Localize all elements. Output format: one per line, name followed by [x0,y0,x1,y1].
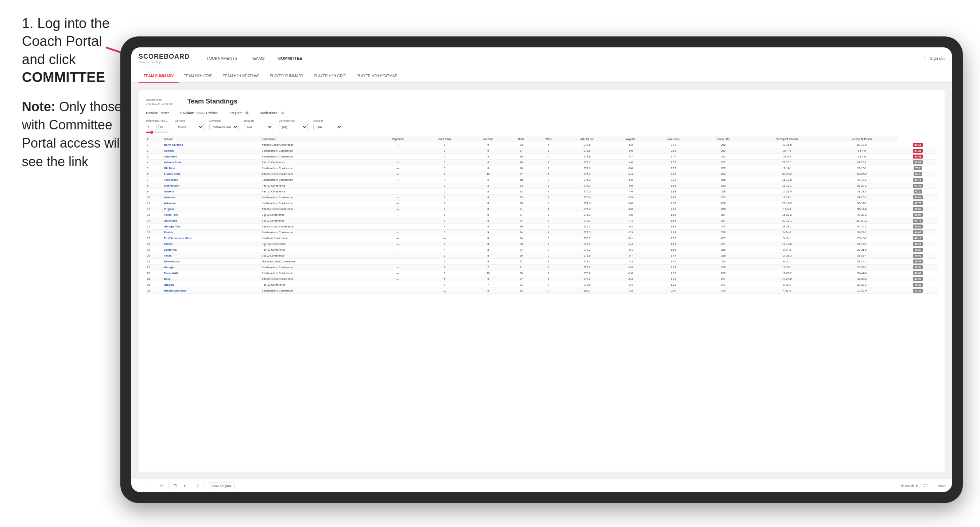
cell-adj-par: 276.3 [562,218,612,224]
cell-wins: 0 [535,288,562,294]
toolbar-bookmark[interactable]: ● [181,483,188,489]
cell-rank: 23 [146,270,163,276]
cell-vs-top25: 29-25-2 [826,259,899,265]
cell-overall: 11-29-1 [749,265,826,270]
cell-vs-top25: 40-38-3 [826,212,899,218]
cell-overall: 9-24-0 [749,230,826,235]
cell-wins: 1 [535,160,562,165]
cell-conference: Southeastern Conference [261,230,375,235]
cell-points: 60.71 [899,218,938,224]
cell-avg-sg: 0.97 [649,288,698,294]
table-container[interactable]: # School Conference Reg Rank Conf Rank N… [146,136,937,294]
table-row: 11 Arkansas Southeastern Conference — 6 … [146,200,937,206]
toolbar-right: 👁 Watch ▼ ⛶ ⋰ Share [900,483,947,489]
slider-thumb[interactable] [150,131,153,134]
toolbar-timer[interactable]: ⏱ [194,483,202,489]
nav-tournaments[interactable]: TOURNAMENTS [200,54,243,63]
division-filter: Division: NCAA Division I [180,111,220,115]
tab-team-summary[interactable]: TEAM SUMMARY [138,69,179,83]
conference-control: Conference (All) ACC SEC [278,119,308,130]
cell-reg-rank: — [375,288,420,294]
cell-school: Florida State [163,171,261,177]
min-rounds-max-input[interactable] [158,124,169,129]
cell-no-tour: 7 [469,282,508,288]
cell-reg-rank: — [375,265,420,270]
view-original-button[interactable]: View: Original [208,483,234,489]
cell-wins: 4 [535,230,562,235]
school-select[interactable]: (All) [313,124,342,130]
cell-no-tour: 6 [469,165,508,171]
division-select[interactable]: NCAA Division I NCAA Division II NCAA Di… [209,124,239,130]
cell-overall: 13-24-1 [749,195,826,200]
cell-rnds: 23 [508,142,535,148]
cell-vs-top25: 33-38-4 [826,253,899,259]
cell-vs-top25: 29-15-1 [826,165,899,171]
cell-overall: 12-13-0 [749,241,826,247]
step-text: 1. Log into the Coach Portal and click [22,16,110,67]
cell-rank: 12 [146,206,163,212]
cell-points: 60.71 [899,200,938,206]
slider-container [146,132,169,133]
cell-vs-top25: 34-24-2 [826,230,899,235]
content-card: Update time: 27/03/2024 16:56:26 Team St… [138,90,945,471]
toolbar-resize[interactable]: ⛶ [922,483,930,489]
toolbar-back[interactable]: ← [137,483,145,489]
cell-no-tour: 6 [469,177,508,183]
tab-team-h2h-grid[interactable]: TEAM H2H GRID [179,69,217,83]
table-header-row: # School Conference Reg Rank Conf Rank N… [146,136,937,142]
region-label: Region: [231,111,243,115]
cell-adj-par: 275.9 [562,177,612,183]
region-value: All [245,111,248,115]
cell-conf-rank: 7 [420,230,469,235]
cell-points: 60.94 [899,195,938,200]
tab-player-summary[interactable]: PLAYER SUMMARY [265,69,309,83]
toolbar-refresh[interactable]: ↻ [158,483,165,489]
region-select[interactable]: N/A All [244,124,273,130]
share-button[interactable]: ⋰ Share [933,484,947,487]
cell-par: -5.1 [612,235,649,241]
cell-no-tour: 10 [469,171,508,177]
cell-vs-top25: 23-18-2 [826,235,899,241]
cell-overall: 18-12-1 [749,183,826,189]
cell-vs-top25: 31-25-1 [826,195,899,200]
col-rnds: Rnds [508,136,535,142]
toolbar-share-icon[interactable]: ❐ [172,483,179,489]
cell-adj-par: 276.5 [562,189,612,195]
cell-par: -1.8 [612,259,649,265]
watch-button[interactable]: 👁 Watch ▼ [900,484,918,487]
cell-conf-rank: 2 [420,218,469,224]
sign-out-button[interactable]: Sign out [924,56,945,60]
table-row: 24 Duke Atlantic Coast Conference — 5 9 … [146,276,937,282]
tab-team-h2h-heatmap[interactable]: TEAM H2H HEATMAP [218,69,265,83]
table-row: 6 Florida State Atlantic Coast Conferenc… [146,171,937,177]
min-rounds-min-input[interactable] [146,124,157,129]
table-row: 19 California Pac-12 Conference — 4 8 24… [146,247,937,253]
cell-vs-top25: 23-33-1 [826,282,899,288]
conference-select[interactable]: (All) ACC SEC [278,124,308,130]
cell-wins: 4 [535,224,562,230]
nav-teams[interactable]: TEAMS [245,54,270,63]
cell-vs-top25: 29-21-0 [826,247,899,253]
cell-conference: Atlantic Coast Conference [261,206,375,212]
cell-points: 80.88 [899,160,938,165]
cell-rnds: 24 [508,235,535,241]
cell-school: North Carolina [163,142,261,148]
cell-par: -4.1 [612,218,649,224]
cell-avg-sg: 2.70 [649,142,698,148]
cell-adj-par: 276.3 [562,183,612,189]
toolbar-forward[interactable]: → [147,483,155,489]
cell-low-score: 270 [698,288,748,294]
slider-track[interactable] [146,132,168,133]
cell-overall: 29-6-0 [749,154,826,160]
tab-player-h2h-heatmap[interactable]: PLAYER H2H HEATMAP [351,69,402,83]
gender-label: Gender: [146,111,159,115]
nav-committee[interactable]: COMMITTEE [272,54,308,63]
tab-player-h2h-grid[interactable]: PLAYER H2H GRID [309,69,351,83]
cell-wins: 3 [535,200,562,206]
cell-points: 43.13 [899,288,938,294]
cell-low-score: 217 [698,195,748,200]
cell-vs-top25: 33-44-3 [826,270,899,276]
gender-select[interactable]: Men's Women's [175,124,204,130]
conference-filter: Conference: All [259,111,285,115]
cell-rnds: 27 [508,212,535,218]
